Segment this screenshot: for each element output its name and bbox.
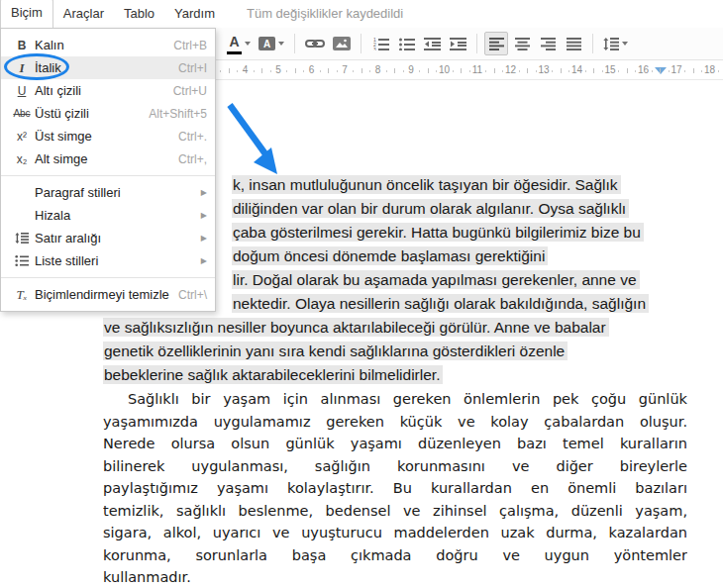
text-line: bilinerek uygulanması, sağlığın korunmas… [103,455,687,478]
insert-image-button[interactable] [330,32,354,55]
align-center-icon [515,38,530,50]
ruler-number: 5 [275,64,281,75]
menu-item-clear-formatting[interactable]: Tₓ Biçimlendirmeyi temizle Ctrl+\ [1,283,215,306]
align-right-button[interactable] [536,32,560,55]
menu-separator [1,175,215,176]
menu-item-align[interactable]: Hizala ▶ [1,204,215,227]
ruler-number: 14 [571,64,582,75]
ruler-number: 16 [638,64,649,75]
text-color-button[interactable]: A [224,32,254,55]
menu-item-list-styles[interactable]: Liste stilleri ▶ [1,249,215,272]
ruler-number: 4 [243,64,249,75]
menubar-item-araclar[interactable]: Araçlar [53,0,114,28]
toolbar-separator [476,34,477,53]
ruler-number: 10 [439,64,450,75]
chevron-down-icon [278,42,284,46]
menubar-item-bicim[interactable]: Biçim [0,0,53,28]
ruler-number: 17 [671,64,681,75]
text-line: Sağlıklı bir yaşam için alınması gereken… [103,388,687,411]
paragraph-justified: Sağlıklı bir yaşam için alınması gereken… [103,388,687,588]
numbered-list-button[interactable]: 123 [368,32,392,55]
image-icon [333,37,351,50]
submenu-arrow-icon: ▶ [201,256,207,265]
decrease-indent-button[interactable] [420,32,444,55]
menu-item-subscript[interactable]: x₂ Alt simge Ctrl+, [1,147,215,170]
increase-indent-icon [450,38,466,50]
bulleted-list-button[interactable] [394,32,418,55]
numbered-list-icon: 123 [372,38,389,50]
menu-item-paragraph-styles[interactable]: Paragraf stilleri ▶ [1,181,215,204]
subscript-icon: x₂ [9,152,35,166]
menubar-item-yardim[interactable]: Yardım [164,0,225,28]
align-center-button[interactable] [510,32,534,55]
text-line: ve sağlıksızlığın nesiller boyunca aktar… [103,316,687,340]
highlight-color-button[interactable]: A [256,32,287,55]
ruler-number: 8 [375,64,381,75]
submenu-arrow-icon: ▶ [201,234,207,243]
menu-item-italic[interactable]: I İtalik Ctrl+I [1,56,215,79]
line-spacing-icon [9,233,35,244]
ruler-number: 13 [538,64,549,75]
highlight-color-icon: A [258,37,275,50]
toolbar-separator [361,34,362,53]
menu-item-line-spacing[interactable]: Satır aralığı ▶ [1,227,215,249]
menu-separator [1,277,215,278]
text-color-icon: A [227,33,242,54]
menubar-item-tablo[interactable]: Tablo [114,0,164,28]
increase-indent-button[interactable] [446,32,469,55]
align-left-icon [489,38,504,50]
ruler-number: 15 [604,64,615,75]
ruler-number: 9 [408,64,414,75]
ruler-number: 6 [309,64,315,75]
text-line: bebeklerine sağlık aktarabileceklerini b… [103,363,687,387]
text-line: genetik özelliklerinin yanı sıra kendi s… [103,340,687,363]
strikethrough-icon: Abc [9,108,35,119]
menu-bar: Biçim Araçlar Tablo Yardım Tüm değişikli… [0,0,723,28]
toolbar-separator [592,34,593,53]
italic-icon: I [9,60,35,76]
text-line: yaşamımızda uygulamamız gereken küçük ve… [103,411,687,434]
justify-button[interactable] [562,32,585,55]
ruler-number: 12 [505,64,516,75]
format-menu: B Kalın Ctrl+B I İtalik Ctrl+I U Altı çi… [0,28,216,312]
superscript-icon: x² [9,130,35,144]
clear-formatting-icon: Tₓ [9,287,35,303]
bold-icon: B [9,39,35,52]
line-spacing-button[interactable] [600,32,631,55]
submenu-arrow-icon: ▶ [201,188,207,197]
justify-icon [567,38,581,50]
svg-text:3: 3 [373,46,376,50]
ruler-number: 18 [704,64,715,75]
save-status: Tüm değişiklikler kaydedildi [247,6,403,28]
link-icon [305,38,325,49]
list-styles-icon [9,255,35,266]
menu-item-strikethrough[interactable]: Abc Üstü çizili Alt+Shift+5 [1,102,215,125]
chevron-down-icon [245,42,251,46]
text-line: sigara, alkol, uyarıcı ve uyuşturucu mad… [103,522,687,544]
menu-item-underline[interactable]: U Altı çizili Ctrl+U [1,79,215,102]
text-line: kullanmadır. [103,566,687,588]
align-left-button[interactable] [484,32,508,55]
line-spacing-icon [603,38,619,50]
text-line: temizlik, sağlıklı beslenme, bedensel ve… [103,500,687,523]
text-line: korunma, sorunlarla başa çıkmada doğru v… [103,544,687,567]
underline-icon: U [9,84,35,98]
text-line: Nerede olursa olsun günlük yaşamı düzenl… [103,433,687,455]
chevron-down-icon [622,42,628,46]
text-line: paylaştığımız yaşamı kolaylaştırır. Bu k… [103,477,687,500]
ruler-number: 11 [472,64,482,75]
menu-item-superscript[interactable]: x² Üst simge Ctrl+. [1,125,215,147]
toolbar-separator [294,34,295,53]
bulleted-list-icon [398,38,415,50]
ruler-number: 7 [342,64,348,75]
decrease-indent-icon [424,38,441,50]
insert-link-button[interactable] [302,32,328,55]
align-right-icon [541,38,556,50]
submenu-arrow-icon: ▶ [201,211,207,220]
menu-item-bold[interactable]: B Kalın Ctrl+B [1,34,215,56]
